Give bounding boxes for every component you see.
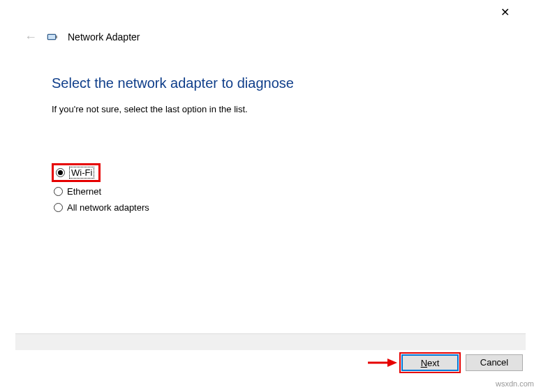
option-ethernet-label: Ethernet xyxy=(67,186,101,197)
footer-separator xyxy=(15,333,526,350)
adapter-options: Wi-Fi Ethernet All network adapters xyxy=(52,163,499,214)
network-adapter-icon xyxy=(47,31,58,43)
cancel-button[interactable]: Cancel xyxy=(466,354,523,371)
watermark: wsxdn.com xyxy=(496,379,534,388)
content-area: Select the network adapter to diagnose I… xyxy=(52,75,499,214)
option-all-label: All network adapters xyxy=(67,202,149,213)
page-subtext: If you're not sure, select the last opti… xyxy=(52,104,499,114)
radio-wifi[interactable] xyxy=(56,168,65,177)
button-bar: Next Cancel xyxy=(15,354,526,371)
header: ← Network Adapter xyxy=(24,31,140,43)
option-wifi-label[interactable]: Wi-Fi xyxy=(69,167,94,179)
page-heading: Select the network adapter to diagnose xyxy=(52,75,499,91)
window-title: Network Adapter xyxy=(68,31,140,43)
radio-all[interactable] xyxy=(54,203,63,212)
svg-marker-4 xyxy=(387,359,397,367)
arrow-annotation-icon xyxy=(366,357,397,368)
close-icon[interactable]: ✕ xyxy=(501,6,510,19)
radio-ethernet[interactable] xyxy=(54,187,63,196)
footer: Next Cancel xyxy=(15,333,526,371)
option-wifi-highlight: Wi-Fi xyxy=(52,163,101,182)
option-all-adapters[interactable]: All network adapters xyxy=(52,201,499,214)
svg-rect-2 xyxy=(56,36,57,38)
next-button[interactable]: Next xyxy=(401,354,459,371)
back-arrow-icon[interactable]: ← xyxy=(24,31,37,43)
option-ethernet[interactable]: Ethernet xyxy=(52,185,499,198)
svg-rect-1 xyxy=(48,35,55,39)
